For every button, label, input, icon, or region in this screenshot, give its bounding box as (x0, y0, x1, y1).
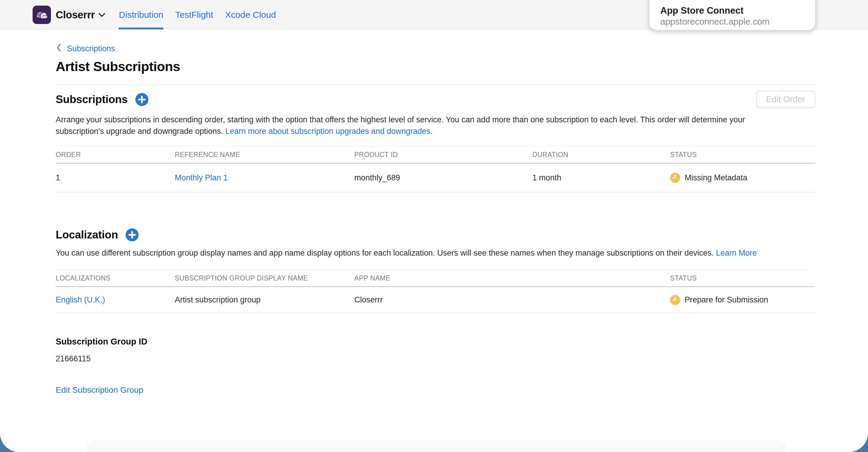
tab-distribution[interactable]: Distribution (119, 0, 163, 29)
col-display-name: SUBSCRIPTION GROUP DISPLAY NAME (175, 274, 354, 282)
table-row: English (U.K.) Artist subscription group… (56, 287, 815, 313)
browser-tab-tooltip: App Store Connect appstoreconnect.apple.… (649, 0, 815, 30)
plus-icon (126, 228, 138, 241)
tab-testflight[interactable]: TestFlight (175, 0, 213, 29)
subscriptions-table-header: ORDER REFERENCE NAME PRODUCT ID DURATION… (56, 146, 815, 163)
subscriptions-heading-label: Subscriptions (56, 93, 128, 106)
col-status: STATUS (670, 274, 815, 282)
app-name[interactable]: Closerrr (56, 9, 95, 21)
localization-link[interactable]: English (U.K.) (56, 295, 105, 304)
page-content: Subscriptions Artist Subscriptions Subsc… (0, 30, 868, 395)
tooltip-title: App Store Connect (660, 5, 815, 16)
status-label: Prepare for Submission (685, 295, 768, 304)
add-localization-button[interactable] (126, 228, 138, 241)
breadcrumb[interactable]: Subscriptions (56, 43, 115, 54)
chevron-left-icon (56, 43, 62, 54)
nav-tabs: Distribution TestFlight Xcode Cloud (119, 0, 287, 29)
col-duration: DURATION (532, 151, 670, 159)
cell-order: 1 (56, 173, 175, 183)
subscription-link[interactable]: Monthly Plan 1 (175, 173, 228, 182)
add-subscription-button[interactable] (135, 93, 148, 106)
cell-duration: 1 month (532, 173, 670, 183)
app-icon (33, 6, 51, 24)
localization-description: You can use different subscription group… (56, 247, 815, 259)
localization-section-heading: Localization (56, 228, 138, 241)
col-product-id: PRODUCT ID (354, 151, 532, 159)
tooltip-url: appstoreconnect.apple.com (660, 16, 815, 27)
cell-display-name: Artist subscription group (175, 295, 354, 304)
divider (56, 85, 815, 85)
pending-clock-icon (670, 173, 680, 183)
table-row: 1 Monthly Plan 1 monthly_689 1 month Mis… (56, 163, 815, 192)
subscriptions-table: ORDER REFERENCE NAME PRODUCT ID DURATION… (56, 146, 815, 192)
col-reference-name: REFERENCE NAME (175, 151, 354, 159)
cell-product-id: monthly_689 (354, 173, 532, 183)
status-badge: Missing Metadata (670, 173, 815, 183)
group-id-value: 21666115 (56, 354, 815, 363)
browser-page: Closerrr Distribution TestFlight Xcode C… (0, 0, 868, 452)
cell-app-name: Closerrr (354, 295, 670, 304)
status-badge: Prepare for Submission (670, 295, 815, 305)
localization-table-header: LOCALIZATIONS SUBSCRIPTION GROUP DISPLAY… (56, 270, 815, 287)
col-status: STATUS (670, 151, 815, 159)
plus-icon (135, 93, 148, 106)
learn-more-link[interactable]: Learn More (716, 249, 757, 257)
tab-testflight-label: TestFlight (175, 10, 213, 20)
localization-table: LOCALIZATIONS SUBSCRIPTION GROUP DISPLAY… (56, 269, 815, 313)
subscriptions-section-heading: Subscriptions (56, 93, 148, 106)
page-title: Artist Subscriptions (56, 59, 815, 74)
subscriptions-description: Arrange your subscriptions in descending… (56, 114, 764, 137)
col-localizations: LOCALIZATIONS (56, 274, 175, 282)
breadcrumb-label: Subscriptions (67, 44, 115, 53)
tab-xcode-cloud[interactable]: Xcode Cloud (225, 0, 276, 29)
background-window-edge (87, 440, 786, 452)
col-app-name: APP NAME (354, 274, 670, 282)
group-id-label: Subscription Group ID (56, 337, 815, 347)
pending-clock-icon (670, 295, 680, 305)
localization-heading-label: Localization (56, 229, 118, 241)
tab-xcode-cloud-label: Xcode Cloud (225, 10, 276, 20)
status-label: Missing Metadata (685, 173, 747, 183)
edit-subscription-group-link[interactable]: Edit Subscription Group (56, 385, 144, 395)
tab-distribution-label: Distribution (119, 10, 163, 20)
chevron-down-icon[interactable] (98, 13, 105, 19)
learn-more-upgrades-link[interactable]: Learn more about subscription upgrades a… (225, 127, 433, 136)
col-order: ORDER (56, 151, 175, 159)
edit-order-button[interactable]: Edit Order (756, 91, 815, 108)
localization-description-text: You can use different subscription group… (56, 249, 714, 257)
